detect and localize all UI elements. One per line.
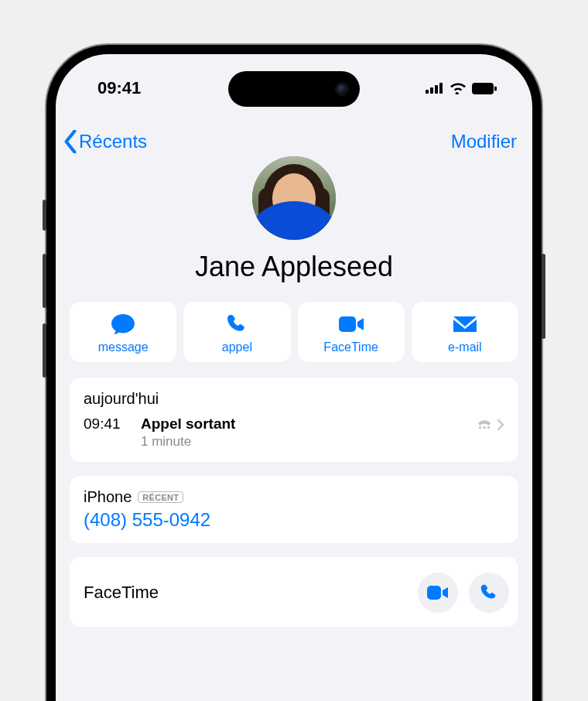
- svg-rect-2: [435, 85, 438, 94]
- call-label: appel: [186, 340, 287, 354]
- svg-rect-10: [427, 586, 441, 600]
- mail-icon: [452, 315, 478, 333]
- cellular-icon: [426, 83, 444, 94]
- phone-number-card[interactable]: iPhone RÉCENT (408) 555-0942: [70, 476, 518, 543]
- call-log-type: Appel sortant: [141, 415, 466, 433]
- video-icon: [426, 585, 450, 600]
- call-log-duration: 1 minute: [141, 434, 466, 450]
- volume-up-button: [43, 254, 46, 308]
- phone-icon: [226, 313, 248, 335]
- facetime-card-label: FaceTime: [84, 583, 159, 603]
- email-label: e-mail: [415, 340, 515, 354]
- phone-icon: [480, 583, 498, 602]
- screen: 09:41: [56, 54, 532, 701]
- svg-rect-1: [430, 87, 433, 94]
- volume-down-button: [43, 323, 46, 378]
- facetime-label: FaceTime: [301, 340, 402, 354]
- call-log-card: aujourd'hui 09:41 Appel sortant 1 minute: [70, 378, 518, 462]
- email-button[interactable]: e-mail: [412, 302, 518, 362]
- message-label: message: [73, 340, 173, 354]
- call-button[interactable]: appel: [183, 302, 290, 362]
- chevron-right-icon: [497, 419, 504, 431]
- message-button[interactable]: message: [70, 302, 176, 362]
- facetime-button[interactable]: FaceTime: [298, 302, 405, 362]
- svg-rect-0: [426, 90, 429, 94]
- status-time: 09:41: [97, 72, 141, 98]
- edit-button[interactable]: Modifier: [451, 131, 517, 152]
- call-log-time: 09:41: [84, 415, 130, 433]
- device-frame: 09:41: [46, 45, 542, 701]
- mute-switch: [43, 200, 46, 231]
- facetime-audio-button[interactable]: [469, 573, 509, 613]
- call-log-section-title: aujourd'hui: [84, 390, 504, 408]
- phone-number: (408) 555-0942: [84, 509, 504, 531]
- svg-rect-7: [479, 426, 481, 429]
- action-row: message appel: [56, 302, 532, 362]
- back-label: Récents: [79, 131, 147, 152]
- power-button: [542, 254, 545, 339]
- message-icon: [110, 313, 136, 336]
- tty-icon: [477, 419, 492, 430]
- camera-icon: [335, 82, 349, 96]
- wifi-icon: [450, 82, 467, 94]
- content-area: Récents Modifier Jane Appleseed: [56, 54, 532, 627]
- facetime-video-button[interactable]: [418, 573, 458, 613]
- svg-rect-8: [484, 426, 486, 429]
- recent-badge: RÉCENT: [138, 491, 183, 503]
- contact-name: Jane Appleseed: [56, 251, 532, 283]
- battery-icon: [472, 83, 497, 94]
- svg-rect-3: [439, 83, 443, 94]
- call-log-row[interactable]: 09:41 Appel sortant 1 minute: [84, 415, 504, 450]
- svg-rect-4: [472, 83, 494, 94]
- chevron-left-icon: [63, 130, 77, 153]
- nav-bar: Récents Modifier: [56, 124, 532, 153]
- svg-rect-6: [339, 316, 356, 332]
- phone-label: iPhone: [84, 488, 132, 506]
- svg-rect-9: [487, 426, 490, 429]
- video-icon: [337, 315, 365, 333]
- dynamic-island: [228, 71, 360, 107]
- svg-rect-5: [494, 86, 497, 91]
- back-button[interactable]: Récents: [63, 130, 147, 153]
- facetime-card: FaceTime: [70, 557, 518, 627]
- contact-avatar[interactable]: [252, 156, 336, 240]
